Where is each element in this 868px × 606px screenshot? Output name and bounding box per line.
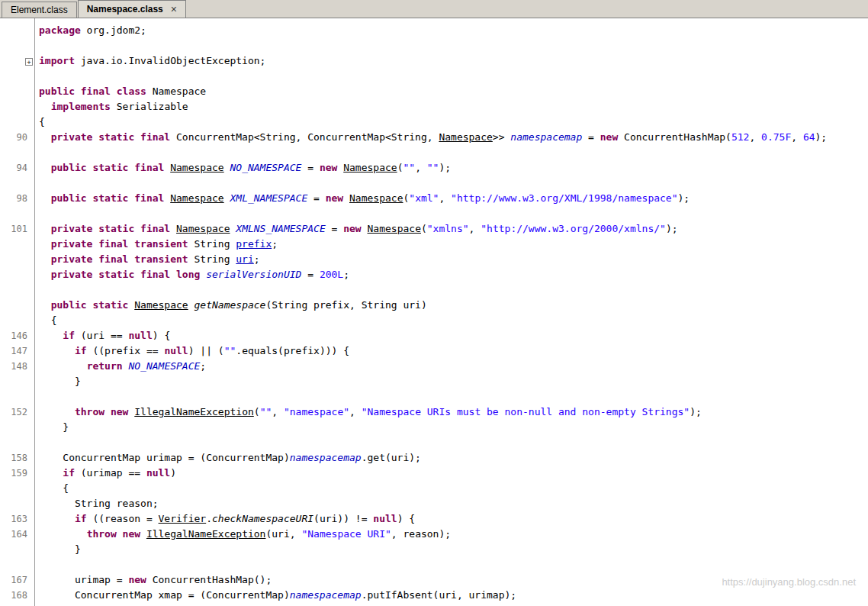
line-number: 168 (0, 588, 34, 603)
code-line: { (39, 481, 868, 496)
code-line: if ((prefix == null) || ("".equals(prefi… (39, 343, 868, 359)
code-line: if (urimap == null) (39, 466, 868, 481)
type-link[interactable]: Namespace (176, 223, 230, 234)
code-token: { (39, 116, 45, 127)
code-token: if (75, 345, 87, 356)
type-link[interactable]: IllegalNameException (134, 406, 254, 417)
code-token: "" (427, 162, 439, 173)
code-token (39, 345, 75, 356)
code-token: java.io.InvalidObjectException; (75, 55, 265, 66)
code-token: ; (200, 360, 206, 372)
code-token: null (373, 513, 397, 524)
line-number (0, 176, 34, 191)
tab-namespace-class[interactable]: Namespace.class × (78, 0, 186, 18)
line-number: 152 (0, 405, 34, 420)
code-line (39, 69, 868, 84)
line-number: 158 (0, 450, 34, 466)
line-number: 148 (0, 359, 34, 374)
code-token: ConcurrentHashMap(); (146, 574, 272, 585)
code-token: public static (51, 299, 129, 311)
line-number (0, 420, 34, 435)
code-line (39, 282, 868, 298)
code-token: >> (493, 131, 510, 143)
type-link[interactable]: Namespace (170, 162, 223, 173)
code-token (39, 238, 51, 250)
code-line: public static Namespace getNamespace(Str… (39, 298, 868, 313)
code-token (343, 192, 349, 204)
code-token: return (87, 360, 123, 372)
line-number: 98 (0, 191, 34, 206)
code-line: public static final Namespace XML_NAMESP… (39, 191, 868, 206)
code-token: namespacemap (290, 589, 362, 601)
code-line (39, 557, 868, 572)
code-token: , (415, 162, 427, 173)
type-link[interactable]: Namespace (134, 299, 188, 311)
code-line: String reason; (39, 496, 868, 511)
line-number (0, 298, 34, 313)
code-token (39, 223, 51, 234)
code-token: , (439, 192, 451, 204)
code-token: org.jdom2; (81, 24, 146, 36)
line-number (0, 496, 34, 511)
code-token: .get(uri); (362, 452, 421, 463)
code-area[interactable]: package org.jdom2; import java.io.Invali… (35, 18, 868, 606)
type-link[interactable]: Verifier (159, 513, 207, 524)
type-link[interactable]: Namespace (170, 192, 223, 204)
code-token: "http://www.w3.org/XML/1998/namespace" (451, 192, 677, 204)
code-token: if (63, 467, 75, 479)
code-token: XMLNS_NAMESPACE (236, 223, 325, 234)
code-token: ( (254, 406, 260, 417)
line-number (0, 282, 34, 298)
code-token: "Namespace URIs must be non-null and non… (362, 406, 690, 417)
code-token: "" (260, 406, 272, 417)
line-number (0, 435, 34, 450)
code-token: ( (421, 223, 427, 234)
code-line: import java.io.InvalidObjectException; (39, 53, 868, 69)
type-link[interactable]: Namespace (343, 162, 397, 173)
code-token: null (164, 345, 188, 356)
code-line: } (39, 542, 868, 557)
code-token: ); (815, 131, 828, 143)
code-token: ConcurrentMap xmap = (ConcurrentMap) (39, 589, 290, 601)
code-token: new (600, 131, 618, 143)
code-token: throw new (87, 528, 140, 540)
code-token: serialVersionUID (206, 269, 301, 280)
code-token: , (791, 131, 803, 143)
code-token: new (326, 192, 343, 204)
code-token (39, 513, 75, 524)
code-token: ConcurrentHashMap( (618, 131, 731, 143)
code-token: ((prefix == (87, 345, 165, 356)
type-link[interactable]: IllegalNameException (146, 528, 266, 540)
code-token: = (326, 223, 343, 234)
line-number (0, 313, 34, 328)
code-token: "Namespace URI" (301, 528, 391, 540)
line-number (0, 252, 34, 267)
code-token (39, 269, 51, 280)
code-line: private final transient String prefix; (39, 237, 868, 252)
code-token: null (146, 467, 170, 479)
code-line: if ((reason = Verifier.checkNamespaceURI… (39, 511, 868, 527)
code-token: , reason); (391, 528, 451, 540)
expand-import-icon[interactable]: + (25, 58, 33, 66)
type-link[interactable]: Namespace (368, 223, 421, 234)
code-token: String reason; (39, 498, 159, 509)
code-token (188, 299, 194, 311)
code-token (39, 406, 75, 417)
tab-element-class[interactable]: Element.class (2, 2, 77, 18)
line-number (0, 114, 34, 130)
close-tab-icon[interactable]: × (171, 4, 177, 15)
code-token: package (39, 24, 81, 36)
code-line (39, 206, 868, 221)
type-link[interactable]: Namespace (349, 192, 403, 204)
type-link[interactable]: Namespace (439, 131, 492, 143)
line-number (0, 267, 34, 282)
line-number: 90 (0, 130, 34, 145)
line-number (0, 23, 34, 38)
code-token: null (128, 330, 152, 341)
code-line: ConcurrentMap urimap = (ConcurrentMap)na… (39, 450, 868, 466)
code-line: private static final ConcurrentMap<Strin… (39, 130, 868, 145)
line-number: 163 (0, 511, 34, 527)
code-line: urimap = new ConcurrentHashMap(); (39, 572, 868, 588)
code-token: (uri == (75, 330, 128, 341)
line-number: 159 (0, 466, 34, 481)
